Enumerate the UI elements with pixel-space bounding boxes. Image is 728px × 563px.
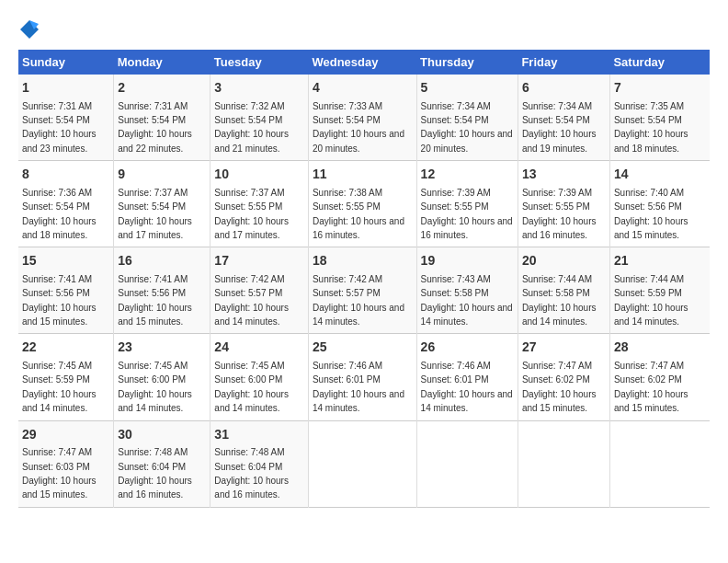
daylight-text: Daylight: 10 hours and 18 minutes. xyxy=(22,216,97,240)
sunset-text: Sunset: 5:54 PM xyxy=(22,115,90,125)
day-number: 17 xyxy=(214,252,304,270)
sunrise-text: Sunrise: 7:31 AM xyxy=(22,101,92,111)
weekday-header-friday: Friday xyxy=(518,50,609,75)
calendar-cell: 17 Sunrise: 7:42 AM Sunset: 5:57 PM Dayl… xyxy=(210,247,309,334)
sunset-text: Sunset: 5:55 PM xyxy=(522,201,590,212)
calendar-cell: 7 Sunrise: 7:35 AM Sunset: 5:54 PM Dayli… xyxy=(609,75,710,161)
day-number: 19 xyxy=(421,252,514,270)
sunrise-text: Sunrise: 7:35 AM xyxy=(614,101,684,111)
sunset-text: Sunset: 5:54 PM xyxy=(118,115,186,125)
sunset-text: Sunset: 5:55 PM xyxy=(313,201,381,212)
calendar-cell: 10 Sunrise: 7:37 AM Sunset: 5:55 PM Dayl… xyxy=(210,161,309,247)
daylight-text: Daylight: 10 hours and 15 minutes. xyxy=(22,476,97,500)
daylight-text: Daylight: 10 hours and 19 minutes. xyxy=(522,129,597,153)
calendar-cell: 9 Sunrise: 7:37 AM Sunset: 5:54 PM Dayli… xyxy=(114,161,210,247)
sunrise-text: Sunrise: 7:42 AM xyxy=(313,274,382,284)
logo xyxy=(18,18,44,40)
calendar-cell: 31 Sunrise: 7:48 AM Sunset: 6:04 PM Dayl… xyxy=(210,420,309,507)
day-number: 23 xyxy=(118,339,206,357)
sunrise-text: Sunrise: 7:31 AM xyxy=(118,101,188,111)
sunrise-text: Sunrise: 7:40 AM xyxy=(614,188,684,198)
daylight-text: Daylight: 10 hours and 14 minutes. xyxy=(214,303,289,327)
day-number: 4 xyxy=(313,79,413,98)
daylight-text: Daylight: 10 hours and 17 minutes. xyxy=(214,216,289,240)
weekday-header-tuesday: Tuesday xyxy=(210,50,309,75)
daylight-text: Daylight: 10 hours and 14 minutes. xyxy=(214,389,289,413)
day-number: 24 xyxy=(214,339,304,357)
calendar-cell: 6 Sunrise: 7:34 AM Sunset: 5:54 PM Dayli… xyxy=(518,75,609,161)
daylight-text: Daylight: 10 hours and 16 minutes. xyxy=(313,216,404,240)
calendar-week-row-5: 29 Sunrise: 7:47 AM Sunset: 6:03 PM Dayl… xyxy=(18,420,710,507)
calendar-week-row-2: 8 Sunrise: 7:36 AM Sunset: 5:54 PM Dayli… xyxy=(18,161,710,247)
sunset-text: Sunset: 6:00 PM xyxy=(214,374,282,385)
sunset-text: Sunset: 5:58 PM xyxy=(421,288,489,298)
calendar-cell: 2 Sunrise: 7:31 AM Sunset: 5:54 PM Dayli… xyxy=(114,75,210,161)
daylight-text: Daylight: 10 hours and 14 minutes. xyxy=(421,389,513,413)
daylight-text: Daylight: 10 hours and 22 minutes. xyxy=(118,129,192,153)
sunset-text: Sunset: 5:56 PM xyxy=(22,288,90,298)
calendar-cell: 23 Sunrise: 7:45 AM Sunset: 6:00 PM Dayl… xyxy=(114,334,210,420)
sunrise-text: Sunrise: 7:45 AM xyxy=(22,361,92,371)
day-number: 13 xyxy=(522,166,606,184)
day-number: 31 xyxy=(214,426,304,444)
day-number: 1 xyxy=(22,79,109,98)
calendar-cell: 16 Sunrise: 7:41 AM Sunset: 5:56 PM Dayl… xyxy=(114,247,210,334)
sunrise-text: Sunrise: 7:39 AM xyxy=(421,188,491,198)
sunrise-text: Sunrise: 7:47 AM xyxy=(614,361,684,371)
calendar-cell: 21 Sunrise: 7:44 AM Sunset: 5:59 PM Dayl… xyxy=(609,247,710,334)
daylight-text: Daylight: 10 hours and 14 minutes. xyxy=(421,303,513,327)
sunrise-text: Sunrise: 7:44 AM xyxy=(614,274,684,284)
sunset-text: Sunset: 5:55 PM xyxy=(421,201,489,212)
logo-icon xyxy=(18,18,40,40)
day-number: 30 xyxy=(118,426,206,444)
sunset-text: Sunset: 6:02 PM xyxy=(614,374,682,385)
calendar-cell xyxy=(518,420,609,507)
header xyxy=(18,18,710,40)
sunset-text: Sunset: 5:59 PM xyxy=(614,288,682,298)
daylight-text: Daylight: 10 hours and 15 minutes. xyxy=(614,216,688,240)
sunrise-text: Sunrise: 7:46 AM xyxy=(421,361,491,371)
daylight-text: Daylight: 10 hours and 16 minutes. xyxy=(118,476,192,500)
calendar-cell: 22 Sunrise: 7:45 AM Sunset: 5:59 PM Dayl… xyxy=(18,334,114,420)
sunrise-text: Sunrise: 7:41 AM xyxy=(22,274,92,284)
day-number: 12 xyxy=(421,166,514,184)
daylight-text: Daylight: 10 hours and 14 minutes. xyxy=(522,303,597,327)
sunset-text: Sunset: 6:02 PM xyxy=(522,374,590,385)
weekday-header-sunday: Sunday xyxy=(18,50,114,75)
calendar-table: SundayMondayTuesdayWednesdayThursdayFrid… xyxy=(18,50,710,508)
day-number: 8 xyxy=(22,166,109,184)
day-number: 20 xyxy=(522,252,606,270)
sunrise-text: Sunrise: 7:47 AM xyxy=(22,447,92,457)
calendar-week-row-3: 15 Sunrise: 7:41 AM Sunset: 5:56 PM Dayl… xyxy=(18,247,710,334)
daylight-text: Daylight: 10 hours and 15 minutes. xyxy=(614,389,688,413)
sunrise-text: Sunrise: 7:47 AM xyxy=(522,361,592,371)
sunset-text: Sunset: 5:55 PM xyxy=(214,201,282,212)
day-number: 25 xyxy=(313,339,413,357)
sunrise-text: Sunrise: 7:45 AM xyxy=(118,361,188,371)
sunrise-text: Sunrise: 7:37 AM xyxy=(214,188,284,198)
daylight-text: Daylight: 10 hours and 18 minutes. xyxy=(614,129,688,153)
day-number: 21 xyxy=(614,252,706,270)
sunrise-text: Sunrise: 7:42 AM xyxy=(214,274,284,284)
daylight-text: Daylight: 10 hours and 16 minutes. xyxy=(214,476,289,500)
sunset-text: Sunset: 5:54 PM xyxy=(522,115,590,125)
day-number: 5 xyxy=(421,79,514,98)
calendar-cell xyxy=(609,420,710,507)
day-number: 28 xyxy=(614,339,706,357)
daylight-text: Daylight: 10 hours and 14 minutes. xyxy=(22,389,97,413)
daylight-text: Daylight: 10 hours and 16 minutes. xyxy=(522,216,597,240)
calendar-cell: 30 Sunrise: 7:48 AM Sunset: 6:04 PM Dayl… xyxy=(114,420,210,507)
daylight-text: Daylight: 10 hours and 14 minutes. xyxy=(614,303,688,327)
sunrise-text: Sunrise: 7:43 AM xyxy=(421,274,491,284)
daylight-text: Daylight: 10 hours and 14 minutes. xyxy=(313,303,404,327)
daylight-text: Daylight: 10 hours and 15 minutes. xyxy=(118,303,192,327)
calendar-cell: 18 Sunrise: 7:42 AM Sunset: 5:57 PM Dayl… xyxy=(308,247,416,334)
sunset-text: Sunset: 5:54 PM xyxy=(22,201,90,212)
calendar-cell: 12 Sunrise: 7:39 AM Sunset: 5:55 PM Dayl… xyxy=(416,161,518,247)
sunset-text: Sunset: 6:01 PM xyxy=(421,374,489,385)
weekday-header-thursday: Thursday xyxy=(416,50,518,75)
sunrise-text: Sunrise: 7:32 AM xyxy=(214,101,284,111)
calendar-cell: 13 Sunrise: 7:39 AM Sunset: 5:55 PM Dayl… xyxy=(518,161,609,247)
day-number: 14 xyxy=(614,166,706,184)
daylight-text: Daylight: 10 hours and 14 minutes. xyxy=(313,389,404,413)
